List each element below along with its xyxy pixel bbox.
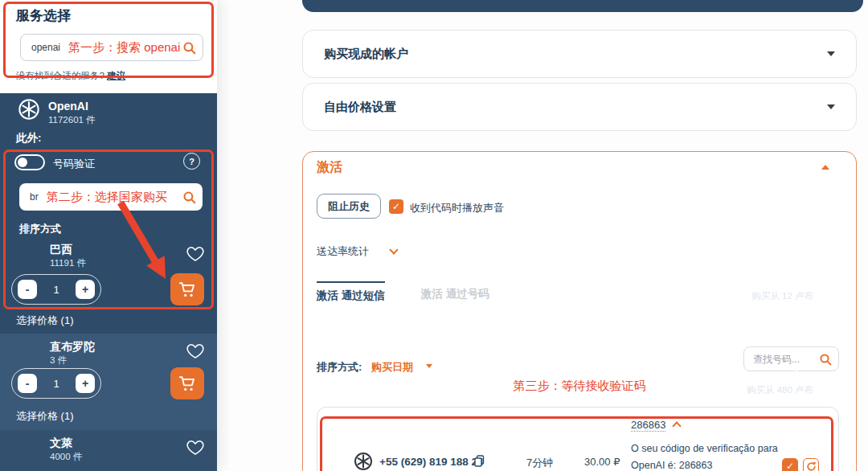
country-name[interactable]: 文萊 xyxy=(50,436,72,451)
activation-title: 激活 xyxy=(317,159,342,176)
openai-logo-icon xyxy=(354,452,373,471)
accordion-ready-accounts-label: 购买现成的帐户 xyxy=(324,47,408,62)
number-verification-toggle[interactable] xyxy=(14,154,45,170)
select-price-link[interactable]: 选择价格 (1) xyxy=(16,409,74,424)
accordion-free-pricing[interactable]: 自由价格设置 xyxy=(302,83,857,131)
service-price: 从 2.7 卢布 xyxy=(800,105,852,120)
search-icon[interactable] xyxy=(182,41,196,55)
find-number-searchbox[interactable] xyxy=(743,346,839,371)
qty-minus-button[interactable]: - xyxy=(18,280,37,299)
sms-code-link[interactable]: 286863 xyxy=(631,419,665,432)
confirm-code-checkbox[interactable] xyxy=(782,458,798,471)
annotation-step2: 第二步：选择国家购买 xyxy=(47,190,167,205)
add-to-cart-button[interactable] xyxy=(170,367,204,399)
country-searchbox[interactable]: br 第二步：选择国家购买 xyxy=(19,183,203,211)
help-icon[interactable]: ? xyxy=(183,153,200,170)
refresh-button[interactable] xyxy=(803,458,819,471)
find-number-input[interactable] xyxy=(753,354,817,365)
accordion-ready-accounts[interactable]: 购买现成的帐户 xyxy=(302,30,857,78)
qty-value: 1 xyxy=(53,284,59,296)
delivery-stats-link[interactable]: 送达率统计 xyxy=(317,244,369,259)
country-name[interactable]: 直布罗陀 xyxy=(50,340,95,354)
search-icon[interactable] xyxy=(819,353,832,366)
favorite-heart-icon[interactable] xyxy=(186,246,204,262)
country-block xyxy=(0,430,217,471)
phone-number: +55 (629) 819 188 24 xyxy=(379,456,483,468)
row-price: 30.00 ₽ xyxy=(584,456,620,468)
page: 购买现成的帐户 自由价格设置 激活 阻止历史 收到代码时播放声音 送达率统计 激… xyxy=(0,0,868,471)
no-service-text: 没有找到合适的服务? 建议 xyxy=(16,70,125,82)
sound-checkbox[interactable] xyxy=(389,199,403,214)
chevron-down-icon[interactable] xyxy=(845,226,854,231)
country-count: 11191 件 xyxy=(50,257,86,269)
add-to-cart-button[interactable] xyxy=(170,273,204,305)
quantity-stepper: - 1 + xyxy=(11,274,101,305)
service-count: 1172601 件 xyxy=(48,114,96,126)
tab-activation-sms[interactable]: 激活 通过短信 xyxy=(317,281,385,303)
qty-plus-button[interactable]: + xyxy=(76,374,95,393)
qty-minus-button[interactable]: - xyxy=(18,374,37,393)
top-nav-bar xyxy=(302,0,863,12)
country-sort-label: 排序方式 xyxy=(19,222,61,236)
chevron-down-icon[interactable] xyxy=(827,51,835,56)
favorite-heart-icon[interactable] xyxy=(186,440,204,456)
openai-logo-icon xyxy=(18,98,40,121)
country-sort-value[interactable]: 熱門國家 xyxy=(799,222,841,236)
sms-message-line1: O seu código de verificação para xyxy=(631,443,778,454)
time-remaining: 7分钟 xyxy=(526,456,553,470)
country-count: 4000 件 xyxy=(50,451,82,463)
buy-price: 1200 卢布 xyxy=(763,370,813,384)
country-name[interactable]: 巴西 xyxy=(50,243,72,257)
service-name[interactable]: OpenAI xyxy=(48,100,88,113)
annotation-step1: 第一步：搜索 openai xyxy=(68,40,180,55)
no-service-label: 没有找到合适的服务? xyxy=(16,71,104,80)
chevron-up-icon[interactable] xyxy=(821,165,829,170)
sms-message-line2: OpenAI é: 286863 xyxy=(631,460,712,471)
number-verification-label: 号码验证 xyxy=(53,157,95,171)
service-search-value[interactable]: openai xyxy=(31,42,60,53)
select-price-link[interactable]: 选择价格 (1) xyxy=(16,313,74,328)
block-history-button[interactable]: 阻止历史 xyxy=(317,194,381,219)
quantity-stepper: - 1 + xyxy=(11,368,101,399)
besides-label: 此外: xyxy=(16,131,42,145)
chevron-down-icon[interactable] xyxy=(426,364,432,368)
sound-checkbox-label: 收到代码时播放声音 xyxy=(410,201,504,215)
search-icon[interactable] xyxy=(182,190,196,204)
buy-price: 30 卢布 xyxy=(776,276,813,290)
qty-value: 1 xyxy=(53,378,59,390)
toggle-knob xyxy=(18,158,27,167)
service-searchbox[interactable]: openai 第一步：搜索 openai xyxy=(20,34,203,61)
qty-plus-button[interactable]: + xyxy=(76,280,95,299)
country-count: 3 件 xyxy=(50,354,67,367)
refresh-icon xyxy=(806,461,817,471)
sort-by-value[interactable]: 购买日期 xyxy=(371,360,413,375)
copy-icon[interactable] xyxy=(474,455,485,467)
tab-activation-number[interactable]: 激活 通过号码 xyxy=(421,287,489,301)
favorite-heart-icon[interactable] xyxy=(186,343,204,359)
suggest-link[interactable]: 建议 xyxy=(107,71,125,80)
cart-icon xyxy=(178,281,196,298)
sort-by-label: 排序方式: xyxy=(317,360,362,375)
cart-icon xyxy=(178,375,196,392)
accordion-free-pricing-label: 自由价格设置 xyxy=(324,100,396,115)
sidebar-title: 服务选择 xyxy=(16,6,71,25)
buy-from-price: 购买从 12 卢布 xyxy=(751,290,813,302)
country-search-value[interactable]: br xyxy=(30,191,39,203)
buy-from-price: 购买从 480 卢布 xyxy=(747,384,813,396)
